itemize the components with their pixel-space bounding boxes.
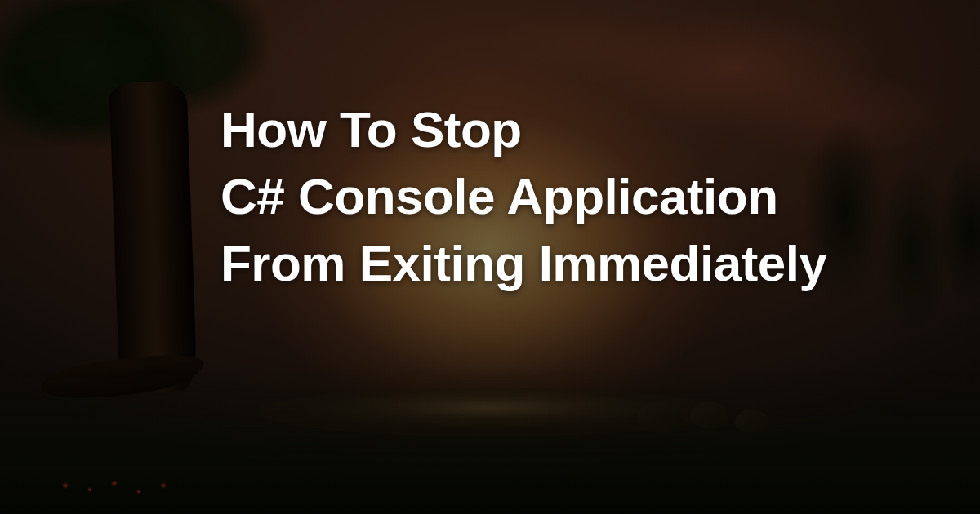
title-container: How To Stop C# Console Application From … <box>220 96 827 296</box>
page-title: How To Stop C# Console Application From … <box>220 96 827 296</box>
